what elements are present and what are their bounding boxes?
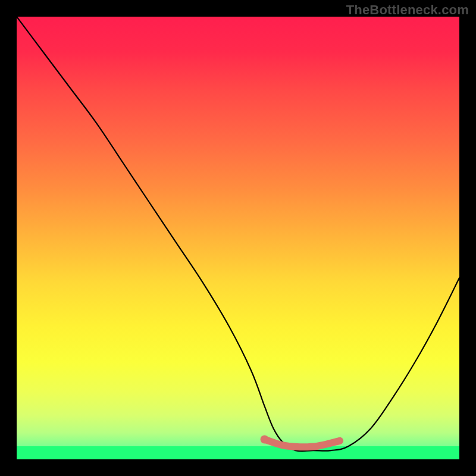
heat-gradient-background: [17, 17, 459, 459]
plot-area: [17, 17, 459, 459]
watermark-text: TheBottleneck.com: [346, 2, 469, 18]
optimal-green-band: [17, 446, 459, 459]
chart-frame: TheBottleneck.com: [0, 0, 476, 476]
